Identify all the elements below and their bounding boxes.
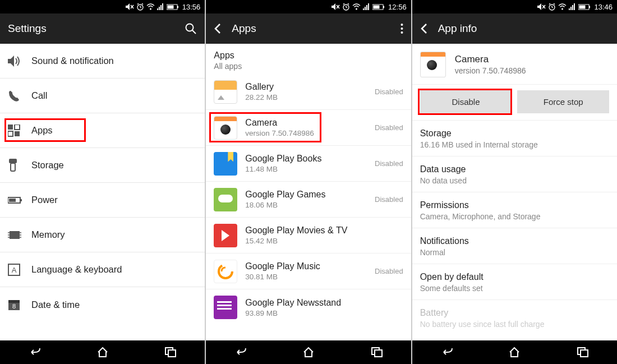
alarm-icon	[342, 3, 350, 11]
svg-rect-41	[168, 350, 176, 357]
force-stop-button[interactable]: Force stop	[517, 90, 609, 113]
app-row-books[interactable]: Google Play Books 11.48 MB Disabled	[206, 146, 411, 182]
settings-item-date[interactable]: 8 Date & time	[0, 287, 205, 322]
settings-item-label: Call	[31, 90, 47, 101]
svg-point-50	[356, 8, 357, 10]
info-item-permissions[interactable]: Permissions Camera, Microphone, and Stor…	[412, 192, 617, 228]
svg-rect-22	[15, 131, 20, 136]
page-title: App info	[438, 22, 609, 35]
search-icon[interactable]	[185, 22, 197, 35]
app-row-movies[interactable]: Google Play Movies & TV 15.42 MB	[206, 218, 411, 254]
apps-list: Apps All apps Gallery 28.22 MB Disabled …	[206, 44, 411, 340]
nav-home[interactable]	[86, 347, 119, 357]
settings-item-storage[interactable]: Storage	[0, 148, 205, 183]
svg-marker-42	[331, 3, 335, 10]
nav-recent[interactable]	[360, 347, 394, 357]
status-bar: 13:46	[412, 0, 617, 13]
settings-item-label: Memory	[31, 229, 65, 240]
nav-back[interactable]	[17, 347, 51, 357]
nav-recent[interactable]	[566, 347, 600, 357]
svg-rect-51	[363, 8, 364, 10]
info-item-storage[interactable]: Storage 16.16 MB used in Internal storag…	[412, 121, 617, 156]
app-info-header: Camera version 7.50.748986	[412, 44, 617, 85]
signal-icon	[363, 3, 370, 10]
wifi-icon	[146, 3, 155, 10]
settings-item-label: Sound & notification	[31, 56, 114, 66]
app-size: 11.48 MB	[245, 165, 371, 173]
svg-text:8: 8	[12, 303, 16, 310]
battery-icon	[578, 4, 591, 10]
books-icon	[214, 152, 237, 176]
screen-apps: 12:56 Apps Apps All apps Gallery 28.22 M…	[206, 0, 411, 364]
svg-text:A: A	[12, 266, 17, 274]
info-title: Notifications	[420, 236, 609, 246]
section-subtitle: All apps	[214, 62, 403, 71]
svg-rect-20	[15, 125, 20, 130]
svg-line-70	[549, 3, 550, 4]
app-info-content: Camera version 7.50.748986 Disable Force…	[412, 44, 617, 340]
section-header: Apps All apps	[206, 44, 411, 74]
back-icon[interactable]	[214, 23, 222, 34]
back-icon[interactable]	[420, 23, 428, 34]
gallery-icon	[214, 80, 237, 104]
settings-item-language[interactable]: A Language & keyboard	[0, 252, 205, 287]
app-row-newsstand[interactable]: Google Play Newsstand 93.89 MB	[206, 289, 411, 325]
nav-recent[interactable]	[154, 347, 187, 357]
svg-rect-81	[581, 350, 588, 357]
info-item-open-default[interactable]: Open by default Some defaults set	[412, 264, 617, 300]
svg-marker-64	[537, 3, 541, 10]
info-item-data-usage[interactable]: Data usage No data used	[412, 156, 617, 192]
overflow-icon[interactable]	[400, 23, 403, 34]
svg-point-59	[400, 27, 403, 30]
button-row: Disable Force stop	[412, 85, 617, 121]
status-time: 13:46	[594, 3, 613, 11]
app-row-gallery[interactable]: Gallery 28.22 MB Disabled	[206, 74, 411, 110]
svg-rect-78	[589, 6, 590, 8]
memory-icon	[8, 229, 31, 241]
wifi-icon	[558, 3, 567, 10]
svg-line-5	[140, 7, 141, 8]
settings-item-call[interactable]: Call	[0, 79, 205, 113]
signal-icon	[569, 3, 576, 10]
nav-bar	[412, 340, 617, 364]
signal-icon	[157, 3, 164, 10]
svg-line-71	[554, 3, 555, 4]
app-status: Disabled	[375, 123, 403, 132]
info-title: Battery	[420, 308, 609, 318]
settings-item-sound[interactable]: Sound & notification	[0, 44, 205, 79]
app-row-camera[interactable]: Camera version 7.50.748986 Disabled	[206, 110, 411, 146]
app-size: 93.89 MB	[245, 309, 399, 317]
app-row-games[interactable]: Google Play Games 18.06 MB Disabled	[206, 182, 411, 218]
info-title: Open by default	[420, 272, 609, 282]
battery-icon	[372, 4, 385, 10]
svg-rect-24	[11, 163, 15, 171]
app-name: Google Play Music	[245, 261, 371, 271]
nav-back[interactable]	[430, 347, 463, 357]
status-time: 13:56	[182, 3, 201, 11]
svg-point-58	[400, 24, 403, 26]
disable-button[interactable]: Disable	[420, 90, 512, 113]
svg-line-47	[346, 7, 347, 8]
app-status: Disabled	[375, 195, 403, 204]
mute-icon	[126, 3, 134, 10]
app-name: Gallery	[245, 82, 371, 92]
app-row-music[interactable]: Google Play Music 30.81 MB Disabled	[206, 254, 411, 289]
alarm-icon	[548, 3, 556, 11]
sound-icon	[8, 55, 31, 67]
svg-rect-79	[579, 5, 586, 8]
nav-home[interactable]	[292, 347, 325, 357]
settings-item-memory[interactable]: Memory	[0, 218, 205, 252]
nav-home[interactable]	[498, 347, 531, 357]
app-name: Google Play Books	[245, 154, 371, 164]
svg-rect-56	[383, 6, 384, 8]
movies-icon	[214, 224, 237, 247]
info-item-notifications[interactable]: Notifications Normal	[412, 228, 617, 264]
svg-rect-53	[366, 5, 367, 10]
settings-item-apps[interactable]: Apps	[0, 113, 205, 148]
svg-point-8	[150, 8, 151, 10]
nav-back[interactable]	[223, 347, 257, 357]
settings-item-power[interactable]: Power	[0, 183, 205, 218]
app-status: Disabled	[375, 267, 403, 275]
nav-bar	[206, 340, 411, 364]
section-title: Apps	[214, 50, 403, 61]
